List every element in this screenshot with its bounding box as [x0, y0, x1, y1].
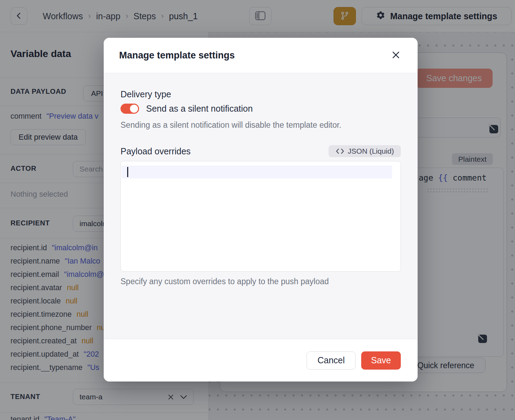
modal-title: Manage template settings — [119, 50, 390, 61]
close-icon — [391, 50, 401, 61]
payload-overrides-label: Payload overrides — [121, 146, 191, 156]
cancel-button[interactable]: Cancel — [307, 351, 356, 370]
close-button[interactable] — [390, 49, 402, 62]
toggle-knob — [130, 105, 138, 113]
manage-template-settings-modal: Manage template settings Delivery type S… — [104, 38, 418, 382]
silent-notification-toggle[interactable] — [121, 104, 139, 114]
payload-overrides-editor[interactable] — [121, 161, 401, 272]
code-brackets-icon — [336, 148, 344, 154]
modal-footer: Cancel Save — [104, 339, 418, 382]
modal-header: Manage template settings — [104, 38, 418, 73]
silent-notification-row: Send as a silent notification — [121, 104, 253, 114]
delivery-type-label: Delivery type — [121, 89, 171, 99]
silent-notification-label: Send as a silent notification — [146, 104, 253, 114]
silent-notification-help: Sending as a silent notification will di… — [121, 120, 341, 130]
editor-active-line — [122, 166, 392, 178]
payload-overrides-help: Specify any custom overrides to apply to… — [121, 277, 329, 286]
app-root: Workflows › in-app › Steps › push_1 — [0, 0, 515, 420]
save-button[interactable]: Save — [361, 351, 401, 370]
text-caret — [127, 167, 128, 177]
format-badge: JSON (Liquid) — [329, 145, 401, 157]
format-badge-label: JSON (Liquid) — [348, 147, 394, 155]
